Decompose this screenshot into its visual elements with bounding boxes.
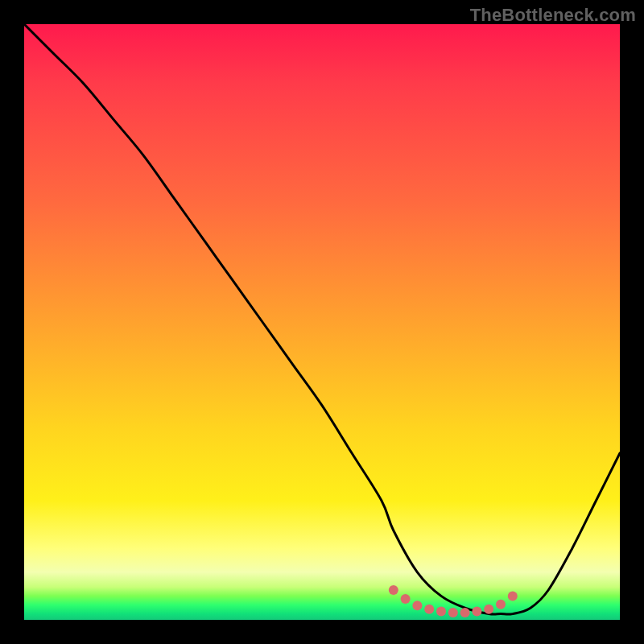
marker-dot — [436, 607, 446, 617]
marker-dot — [448, 608, 458, 617]
chart-frame: TheBottleneck.com — [0, 0, 644, 644]
marker-dot — [389, 585, 398, 595]
plot-area — [24, 24, 620, 620]
marker-dot — [424, 605, 434, 614]
marker-dot — [496, 600, 506, 609]
watermark-label: TheBottleneck.com — [470, 5, 636, 26]
marker-dot — [508, 591, 518, 601]
curve-svg — [24, 24, 620, 620]
bottom-dots — [389, 585, 518, 617]
marker-dot — [460, 608, 470, 617]
marker-dot — [472, 607, 481, 617]
main-curve — [24, 24, 620, 614]
marker-dot — [401, 594, 411, 604]
marker-dot — [484, 605, 493, 614]
marker-dot — [412, 601, 422, 610]
